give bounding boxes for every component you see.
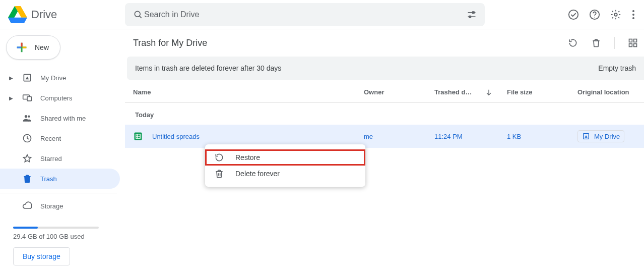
sidebar-item-label: Computers — [40, 94, 73, 102]
trash-icon — [214, 169, 224, 179]
sidebar-item-recent[interactable]: Recent — [0, 128, 120, 148]
date-group-label: Today — [125, 103, 644, 125]
sidebar-item-shared[interactable]: Shared with me — [0, 108, 120, 128]
computers-icon — [21, 93, 33, 103]
sidebar: New ▶ My Drive ▶ Computers Shared with m… — [0, 29, 125, 268]
location-label: My Drive — [594, 133, 620, 140]
sidebar-item-starred[interactable]: Starred — [0, 148, 120, 169]
sidebar-item-trash[interactable]: Trash — [0, 169, 120, 189]
svg-rect-27 — [634, 44, 637, 47]
trash-info-banner: Items in trash are deleted forever after… — [127, 57, 644, 80]
svg-rect-25 — [634, 39, 637, 42]
col-trashed-date[interactable]: Trashed d… — [434, 88, 507, 96]
plus-icon — [15, 40, 29, 55]
sidebar-item-label: Trash — [40, 175, 57, 183]
expand-icon[interactable]: ▶ — [8, 75, 14, 81]
col-name[interactable]: Name — [133, 88, 364, 96]
sidebar-item-label: Storage — [40, 202, 63, 210]
page-title: Trash for My Drive — [133, 38, 207, 48]
context-menu-restore[interactable]: Restore — [205, 149, 365, 166]
divider — [614, 37, 615, 49]
svg-rect-5 — [469, 15, 471, 18]
sheets-file-icon — [133, 131, 143, 141]
file-name: Untitled spreads — [152, 133, 200, 140]
table-row[interactable]: Untitled spreads me 11:24 PM 1 KB My Dri… — [125, 125, 644, 148]
restore-icon — [214, 152, 224, 163]
delete-forever-icon[interactable] — [590, 37, 602, 49]
file-trashed-date: 11:24 PM — [434, 133, 507, 140]
new-button-label: New — [35, 43, 49, 51]
empty-trash-link[interactable]: Empty trash — [598, 64, 636, 72]
svg-rect-18 — [27, 97, 31, 101]
svg-point-11 — [632, 14, 634, 16]
recent-icon — [21, 133, 33, 143]
sort-desc-arrow-icon[interactable] — [485, 88, 493, 96]
sidebar-item-label: My Drive — [40, 74, 66, 82]
svg-point-12 — [632, 17, 634, 19]
sidebar-item-label: Shared with me — [40, 115, 86, 122]
storage-meter — [13, 227, 99, 229]
search-input[interactable] — [144, 10, 466, 19]
col-owner[interactable]: Owner — [364, 88, 434, 96]
search-bar[interactable] — [125, 3, 485, 26]
cloud-icon — [21, 201, 33, 211]
header-actions — [567, 9, 639, 21]
col-size[interactable]: File size — [507, 88, 577, 96]
sidebar-item-my-drive[interactable]: ▶ My Drive — [0, 68, 120, 88]
divider — [0, 193, 117, 193]
svg-rect-26 — [629, 44, 632, 47]
storage-used-text: 29.4 GB of 100 GB used — [13, 233, 125, 240]
svg-point-10 — [632, 10, 634, 12]
svg-point-9 — [614, 13, 617, 16]
sidebar-item-computers[interactable]: ▶ Computers — [0, 88, 120, 108]
context-menu-label: Restore — [235, 153, 260, 162]
my-drive-icon — [582, 132, 590, 140]
shared-icon — [21, 113, 33, 123]
expand-icon[interactable]: ▶ — [8, 95, 14, 101]
svg-rect-14 — [23, 46, 27, 48]
file-size: 1 KB — [507, 133, 577, 140]
search-wrap — [125, 3, 485, 26]
svg-rect-4 — [472, 11, 475, 14]
svg-point-8 — [594, 17, 595, 17]
original-location-chip[interactable]: My Drive — [577, 130, 624, 142]
help-icon[interactable] — [589, 9, 601, 21]
sidebar-item-label: Starred — [40, 155, 62, 163]
context-menu-label: Delete forever — [235, 170, 280, 178]
context-menu: Restore Delete forever — [205, 144, 365, 187]
search-icon[interactable] — [132, 9, 144, 21]
app-header: Drive — [0, 0, 644, 29]
content-area: Trash for My Drive Items in trash are de… — [125, 29, 644, 268]
file-owner: me — [364, 133, 434, 140]
sidebar-item-storage[interactable]: Storage — [0, 197, 120, 215]
logo-block[interactable]: Drive — [8, 6, 125, 23]
app-name: Drive — [31, 8, 57, 21]
svg-point-6 — [569, 10, 578, 19]
sidebar-item-label: Recent — [40, 135, 61, 142]
svg-rect-13 — [21, 43, 22, 47]
content-header: Trash for My Drive — [125, 29, 644, 57]
drive-logo-icon — [8, 6, 27, 23]
banner-text: Items in trash are deleted forever after… — [135, 64, 281, 72]
my-drive-icon — [21, 73, 33, 83]
svg-rect-15 — [17, 46, 21, 48]
search-options-icon[interactable] — [466, 9, 478, 21]
buy-storage-button[interactable]: Buy storage — [13, 247, 70, 265]
new-button[interactable]: New — [6, 35, 60, 60]
offline-ready-icon[interactable] — [567, 9, 579, 21]
context-menu-delete-forever[interactable]: Delete forever — [205, 166, 365, 182]
restore-from-trash-icon[interactable] — [567, 37, 579, 49]
svg-point-20 — [28, 116, 30, 118]
more-vert-icon[interactable] — [631, 9, 636, 21]
trash-icon — [21, 174, 33, 184]
svg-point-0 — [135, 11, 140, 17]
svg-rect-24 — [629, 39, 632, 42]
col-location[interactable]: Original location — [577, 88, 636, 96]
star-icon — [21, 153, 33, 164]
settings-gear-icon[interactable] — [610, 9, 622, 21]
svg-point-19 — [25, 115, 27, 118]
table-header: Name Owner Trashed d… File size Original… — [125, 82, 644, 103]
svg-line-1 — [140, 16, 142, 18]
grid-view-icon[interactable] — [627, 37, 639, 49]
